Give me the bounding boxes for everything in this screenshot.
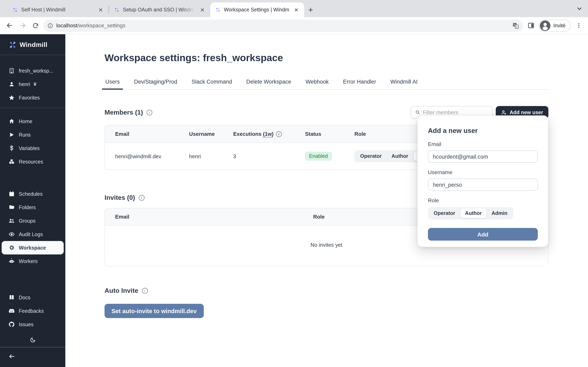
windmill-favicon-icon (114, 7, 120, 13)
sidebar-item-workers[interactable]: Workers (0, 254, 65, 268)
username-field[interactable] (428, 179, 538, 191)
user-plus-icon (501, 109, 507, 115)
sidebar-item-label: Home (19, 118, 33, 124)
browser-profile-chip[interactable]: Invité (539, 19, 571, 32)
sidebar-item-label: Feedbacks (19, 308, 44, 314)
browser-menu-dots-icon[interactable] (573, 20, 584, 31)
tab-slack-command[interactable]: Slack Command (191, 79, 233, 89)
sidebar-item-folders[interactable]: Folders (0, 201, 65, 214)
role-option-operator[interactable]: Operator (356, 151, 386, 161)
boxes-icon (9, 159, 15, 165)
info-icon[interactable]: i (276, 131, 282, 137)
sidebar-item-label: Workers (19, 258, 38, 264)
close-icon[interactable]: ✕ (199, 6, 206, 13)
sidebar-item-docs[interactable]: Docs (0, 291, 65, 304)
tab-webhook[interactable]: Webhook (305, 79, 329, 89)
browser-tab-oauth-sso[interactable]: Setup OAuth and SSO | Windm ✕ (109, 2, 210, 17)
members-heading: Members (1) (104, 109, 143, 116)
windmill-logo[interactable]: Windmill (0, 34, 65, 55)
tab-users[interactable]: Users (104, 79, 121, 89)
tab-windmill-ai[interactable]: Windmill AI (389, 79, 419, 89)
sidebar-item-feedbacks[interactable]: Feedbacks (0, 304, 65, 318)
home-icon (9, 118, 15, 124)
forward-icon[interactable] (17, 20, 28, 31)
sidebar-item-workspace-switcher[interactable]: fresh_worksp... (0, 64, 65, 77)
sidebar-item-label: Issues (19, 322, 34, 327)
tab-title: Setup OAuth and SSO | Windm (123, 7, 195, 13)
gear-icon (9, 245, 15, 251)
add-new-user-label: Add new user (510, 109, 543, 115)
tab-error-handler[interactable]: Error Handler (342, 79, 377, 89)
sidebar-item-variables[interactable]: Variables (0, 142, 65, 155)
role-label: Role (428, 197, 538, 203)
column-username: Username (189, 125, 233, 142)
sidebar-item-resources[interactable]: Resources (0, 155, 65, 168)
email-field[interactable] (428, 150, 538, 163)
sidebar-item-label: fresh_worksp... (19, 68, 53, 74)
profile-name: Invité (553, 23, 566, 28)
role-option-author[interactable]: Author (387, 151, 413, 161)
translate-icon[interactable]: G文 (512, 22, 519, 29)
info-icon[interactable]: i (139, 195, 144, 201)
building-icon (9, 68, 15, 74)
close-icon[interactable]: ✕ (292, 6, 300, 13)
tab-title: Workspace Settings | Windmill (224, 7, 289, 13)
arrow-left-icon (9, 353, 15, 360)
settings-tabs: Users Dev/Staging/Prod Slack Command Del… (104, 79, 548, 90)
info-icon[interactable]: i (142, 288, 148, 294)
status-badge: Enabled (305, 152, 332, 161)
sidebar-item-issues[interactable]: Issues (0, 318, 65, 331)
sidebar-item-user[interactable]: henri ♛ (0, 77, 65, 91)
sidebar-item-label: henri (19, 81, 30, 87)
username-label: Username (428, 169, 538, 175)
back-icon[interactable] (4, 20, 15, 31)
sidebar-collapse[interactable] (0, 347, 65, 367)
site-info-icon[interactable] (47, 23, 53, 28)
column-executions: Executions (1w)i (233, 125, 305, 142)
sidebar-item-runs[interactable]: Runs (0, 128, 65, 142)
calendar-icon (9, 191, 15, 197)
sidebar-item-favorites[interactable]: Favorites (0, 91, 65, 104)
address-bar[interactable]: localhost/workspace_settings G文 (43, 19, 523, 32)
sidebar-item-label: Audit Logs (19, 231, 43, 237)
tab-delete-workspace[interactable]: Delete Workspace (245, 79, 292, 89)
filter-members-input[interactable] (423, 109, 488, 115)
add-button[interactable]: Add (428, 228, 538, 241)
sidebar-item-label: Docs (19, 295, 30, 300)
sidebar-item-label: Workspace (19, 245, 46, 250)
role-option-admin[interactable]: Admin (487, 208, 512, 218)
browser-tab-workspace-settings[interactable]: Workspace Settings | Windmill ✕ (210, 2, 304, 17)
member-username: henri (189, 142, 233, 170)
dollar-icon (9, 145, 15, 151)
reload-icon[interactable] (30, 20, 41, 31)
logo-text: Windmill (20, 41, 47, 49)
dark-mode-toggle[interactable] (0, 334, 65, 347)
role-option-operator[interactable]: Operator (429, 208, 460, 218)
sidebar-item-label: Folders (19, 205, 36, 210)
sidebar-item-audit-logs[interactable]: Audit Logs (0, 227, 65, 241)
side-panel-icon[interactable] (526, 20, 536, 31)
close-icon[interactable]: ✕ (97, 6, 104, 13)
sidebar-item-label: Groups (19, 218, 35, 224)
info-icon[interactable]: i (147, 109, 153, 115)
folder-icon (9, 204, 15, 210)
sidebar-item-schedules[interactable]: Schedules (0, 187, 65, 201)
robot-icon (9, 258, 15, 264)
windmill-logo-icon (9, 41, 17, 49)
sidebar-item-workspace[interactable]: Workspace (2, 241, 64, 254)
add-user-popover: Add a new user Email Username Role Opera… (417, 115, 548, 247)
page-body: Windmill fresh_worksp... henri ♛ Favorit… (0, 34, 588, 367)
new-tab-button[interactable]: + (308, 5, 313, 15)
sidebar-item-home[interactable]: Home (0, 115, 65, 128)
browser-tab-self-host[interactable]: Self Host | Windmill ✕ (7, 2, 109, 17)
star-icon (9, 95, 15, 101)
chevron-down-icon[interactable] (577, 6, 582, 13)
tab-dev-staging-prod[interactable]: Dev/Staging/Prod (133, 79, 178, 89)
sidebar-item-label: Variables (19, 145, 40, 151)
role-option-author[interactable]: Author (461, 208, 486, 218)
sidebar: Windmill fresh_worksp... henri ♛ Favorit… (0, 34, 65, 367)
sidebar-item-groups[interactable]: Groups (0, 214, 65, 227)
member-email: henri@windmill.dev (105, 142, 189, 170)
set-auto-invite-button[interactable]: Set auto-invite to windmill.dev (104, 304, 204, 318)
url-text: localhost/workspace_settings (56, 22, 125, 29)
